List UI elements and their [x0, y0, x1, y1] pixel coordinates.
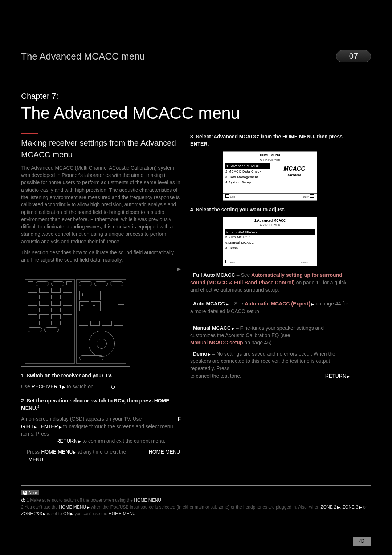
osd1-subtitle: A/V RECEIVER	[223, 158, 317, 163]
osd2-item-1: a.Full Auto MCACC	[225, 229, 315, 235]
osd1-title: HOME MENU	[223, 152, 317, 158]
step-1-detail: Use RECEIVER 1 to switch on. ⏻	[21, 383, 181, 390]
osd1-exit: Exit	[230, 195, 235, 198]
intro-paragraph-1: The Advanced MCACC (Multi Channel ACoust…	[21, 164, 181, 245]
header-rule	[21, 65, 371, 65]
step-2: 2 Set the operation selector switch to R…	[21, 397, 181, 412]
step-3: 3 Select 'Advanced MCACC' from the HOME …	[190, 133, 350, 148]
step-2-detail-2: Press HOME MENU at any time to exit the …	[21, 448, 181, 463]
opt-manual: Manual MCACC – Fine-tunes your speaker s…	[190, 324, 350, 347]
osd1-return: Return	[301, 195, 309, 198]
left-column: Making receiver settings from the Advanc…	[21, 133, 181, 467]
step-1: 1 Switch on the receiver and your TV.	[21, 372, 181, 379]
chapter-title: The Advanced MCACC menu	[21, 103, 371, 123]
osd2-title: 1.Advanced MCACC	[223, 217, 317, 223]
osd-home-menu: HOME MENU A/V RECEIVER 1.Advanced MCACC …	[223, 151, 317, 201]
footnote-rule	[21, 485, 371, 486]
osd1-item-3: 3.Data Management	[225, 174, 270, 180]
section-heading: Making receiver settings from the Advanc…	[21, 137, 181, 161]
intro-paragraph-2: This section describes how to calibrate …	[21, 249, 181, 264]
osd1-item-2: 2.MCACC Data Check	[225, 169, 270, 174]
opt-auto: Auto MCACC – See Automatic MCACC (Expert…	[190, 300, 350, 315]
arrow-icon: ▶	[177, 265, 181, 272]
osd2-item-4: d.Demo	[225, 246, 315, 251]
footnote-text: ⏻ 1 Make sure not to switch off the powe…	[21, 497, 371, 517]
osd2-subtitle: A/V RECEIVER	[223, 223, 317, 228]
osd2-return: Return	[301, 261, 309, 264]
step-2-detail-1: An on-screen display (OSD) appears on yo…	[21, 415, 181, 445]
power-icon-foot: ⏻	[21, 498, 25, 503]
osd2-item-3: c.Manual MCACC	[225, 240, 315, 246]
power-icon: ⏻	[111, 384, 115, 389]
chapter-label: Chapter 7:	[21, 92, 371, 101]
mcacc-logo-sub: advanced	[272, 173, 317, 177]
note-icon: ✎	[23, 491, 27, 495]
osd-advanced-mcacc: 1.Advanced MCACC A/V RECEIVER a.Full Aut…	[223, 217, 317, 266]
section-accent	[21, 133, 38, 134]
step-4: 4 Select the setting you want to adjust.	[190, 206, 350, 213]
remote-control-illustration: ＋ － ＋ －	[21, 276, 130, 367]
page-number: 43	[353, 537, 371, 546]
mcacc-logo: MCACC	[272, 165, 317, 173]
osd2-item-2: b.Auto MCACC	[225, 235, 315, 240]
osd1-item-1: 1.Advanced MCACC	[225, 163, 270, 169]
opt-demo: Demo – No settings are saved and no erro…	[190, 350, 350, 380]
chapter-number-badge: 07	[336, 50, 371, 62]
page-header-title: The Advanced MCACC menu	[21, 51, 145, 62]
osd2-exit: Exit	[230, 261, 235, 264]
note-chip: ✎ Note	[21, 490, 39, 495]
opt-full-auto: Full Auto MCACC – See Automatically sett…	[190, 271, 350, 293]
right-column: 3 Select 'Advanced MCACC' from the HOME …	[190, 133, 350, 467]
osd1-item-4: 4.System Setup	[225, 180, 270, 185]
note-label: Note	[29, 490, 37, 495]
